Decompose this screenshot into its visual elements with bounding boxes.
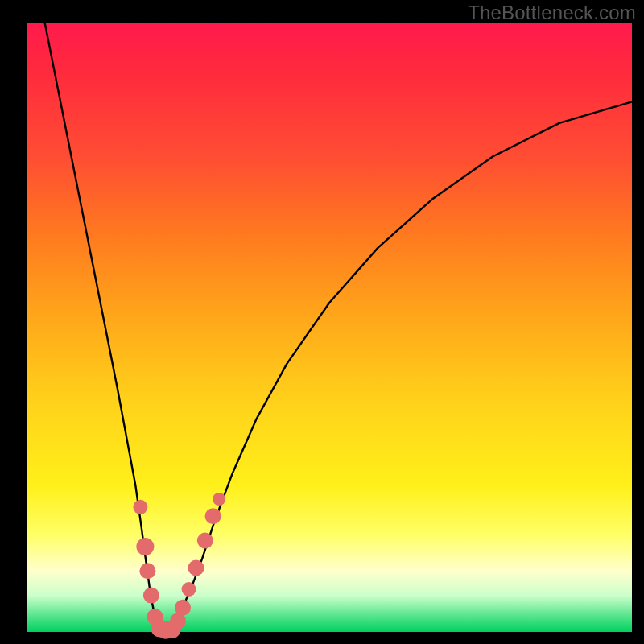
marker-dot (133, 500, 147, 514)
marker-dot (143, 588, 159, 604)
chart-svg-layer (0, 0, 644, 644)
chart-frame: TheBottleneck.com (0, 0, 644, 644)
marker-dot (175, 600, 191, 616)
watermark-text: TheBottleneck.com (468, 2, 636, 24)
marker-dot (205, 508, 221, 524)
marker-dot (136, 538, 154, 555)
marker-dot (197, 532, 213, 548)
marker-dot (139, 563, 155, 579)
curve-right-branch (171, 101, 632, 632)
marker-dot (213, 493, 225, 506)
marker-dot (188, 560, 204, 576)
marker-dot (182, 582, 196, 597)
